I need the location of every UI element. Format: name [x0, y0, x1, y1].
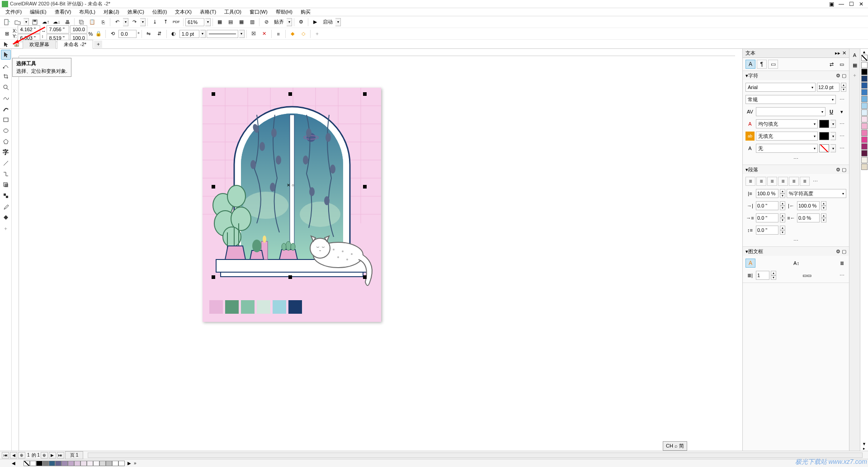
- color-swatch[interactable]: [861, 157, 868, 163]
- ellipse-tool[interactable]: [1, 126, 11, 136]
- selection-handle-mr[interactable]: [363, 185, 367, 189]
- show-grid-button[interactable]: ▦: [236, 17, 246, 27]
- line-spacing-spinner[interactable]: ▲▼: [780, 189, 785, 198]
- artistic-media-tool[interactable]: [1, 104, 11, 114]
- launch-dropdown[interactable]: ▾: [335, 18, 341, 26]
- canvas[interactable]: ✕ ○: [19, 56, 735, 451]
- doc-color-swatch[interactable]: [106, 461, 112, 466]
- palette-scroll-up-icon[interactable]: ▲: [862, 50, 866, 54]
- doc-color-swatch[interactable]: [55, 461, 61, 466]
- color-swatch[interactable]: [861, 69, 868, 75]
- maximize-button[interactable]: ☐: [846, 0, 856, 8]
- doc-palette-scroll-right-icon[interactable]: ▶: [127, 461, 131, 466]
- last-page-button[interactable]: ⏭: [57, 452, 64, 458]
- snap-dropdown[interactable]: ▾: [287, 18, 292, 26]
- menu-file[interactable]: 文件(F): [2, 8, 25, 16]
- doc-color-swatch[interactable]: [49, 461, 55, 466]
- first-line1-input[interactable]: [756, 213, 778, 222]
- lock-ratio-button[interactable]: 🔒: [94, 29, 104, 39]
- show-guidelines-button[interactable]: ▥: [247, 17, 257, 27]
- selection-center-icon[interactable]: ✕ ○: [287, 183, 294, 188]
- bg-none-swatch[interactable]: [819, 144, 829, 152]
- width-input[interactable]: [47, 25, 69, 33]
- no-color-swatch[interactable]: [861, 55, 868, 61]
- menu-bitmap[interactable]: 位图(I): [149, 8, 170, 16]
- first-line2-spinner[interactable]: ▲▼: [821, 213, 826, 222]
- zoom-input[interactable]: [185, 18, 204, 26]
- doc-color-swatch[interactable]: [74, 461, 80, 466]
- docker-close-icon[interactable]: ✕: [842, 50, 846, 56]
- object-origin-button[interactable]: ⊞: [2, 29, 12, 39]
- add-tool-button[interactable]: ＋: [1, 223, 11, 233]
- line-spacing-unit-dropdown[interactable]: %字符高度▾: [787, 189, 846, 198]
- color-swatch[interactable]: [861, 62, 868, 68]
- options-button[interactable]: ⚙: [296, 17, 306, 27]
- color-swatch[interactable]: [861, 137, 868, 143]
- color-swatch[interactable]: [861, 109, 868, 116]
- doc-color-swatch[interactable]: [36, 461, 42, 466]
- character-section-header[interactable]: ▾ 字符⚙ ▢: [743, 71, 849, 80]
- menu-window[interactable]: 窗口(W): [246, 8, 271, 16]
- kerning-dropdown[interactable]: ▾: [756, 107, 826, 116]
- selection-handle-ml[interactable]: [212, 185, 215, 189]
- eyedropper-tool[interactable]: [1, 202, 11, 212]
- rotation-input[interactable]: [118, 30, 137, 38]
- fill-color-dropdown[interactable]: ▾: [830, 120, 836, 128]
- to-front-button[interactable]: ◆: [288, 29, 297, 39]
- crop-tool[interactable]: [1, 71, 11, 81]
- connector-tool[interactable]: [1, 169, 11, 179]
- menu-tools[interactable]: 工具(O): [221, 8, 245, 16]
- docker-tab-text[interactable]: A: [850, 51, 859, 60]
- menu-edit[interactable]: 编辑(E): [26, 8, 50, 16]
- doc-color-swatch[interactable]: [61, 461, 68, 466]
- columns-input[interactable]: [756, 271, 769, 280]
- snap-off-button[interactable]: ⊘: [261, 17, 271, 27]
- pick-tool[interactable]: [1, 50, 11, 60]
- launch-label[interactable]: 启动: [321, 19, 335, 25]
- text-attrib-icon[interactable]: ▭: [837, 60, 846, 69]
- snap-label[interactable]: 贴齐: [272, 19, 286, 25]
- bg-color-dropdown[interactable]: ▾: [830, 144, 836, 152]
- align-justify-button[interactable]: ≡: [789, 177, 799, 186]
- text-direction-button[interactable]: A↕: [792, 259, 801, 268]
- selection-handle-bl[interactable]: [212, 275, 215, 279]
- no-color-swatch[interactable]: [24, 461, 30, 466]
- first-page-button[interactable]: ⏮: [2, 452, 9, 458]
- add-page-after-button[interactable]: ⊕: [41, 452, 48, 458]
- color-swatch[interactable]: [861, 130, 868, 136]
- frame-mode-button[interactable]: ▭: [768, 60, 778, 69]
- zoom-tool[interactable]: [1, 82, 11, 92]
- color-swatch[interactable]: [861, 89, 868, 95]
- color-swatch[interactable]: [861, 143, 868, 150]
- import-button[interactable]: ⤓: [150, 17, 160, 27]
- fullscreen-preview-button[interactable]: ▦: [215, 17, 225, 27]
- before-para-spinner[interactable]: ▲▼: [780, 226, 785, 235]
- text-direction-icon[interactable]: ⇄: [827, 60, 836, 69]
- left-indent-input[interactable]: [756, 201, 778, 210]
- line-style-selector[interactable]: [207, 30, 238, 38]
- horizontal-ruler[interactable]: [19, 49, 735, 56]
- selection-handle-tm[interactable]: [288, 92, 292, 96]
- doc-color-swatch[interactable]: [112, 461, 118, 466]
- selection-handle-tl[interactable]: [212, 92, 215, 96]
- frame-options-icon[interactable]: ⋯: [837, 271, 846, 280]
- first-line1-spinner[interactable]: ▲▼: [780, 213, 785, 222]
- polygon-tool[interactable]: [1, 137, 11, 146]
- doc-color-swatch[interactable]: [99, 461, 106, 466]
- menu-help[interactable]: 帮助(H): [272, 8, 296, 16]
- outline-options-icon[interactable]: ⋯: [837, 132, 846, 141]
- doc-color-swatch[interactable]: [42, 461, 49, 466]
- zoom-dropdown[interactable]: ▾: [205, 18, 211, 26]
- menu-purchase[interactable]: 购买: [297, 8, 314, 16]
- parallel-dimension-tool[interactable]: [1, 158, 11, 168]
- new-button[interactable]: [2, 17, 12, 27]
- mirror-horizontal-button[interactable]: ⇋: [144, 29, 154, 39]
- layout-switch-icon[interactable]: ▣: [826, 0, 836, 8]
- char-mode-button[interactable]: A: [745, 60, 755, 69]
- docker-tab-objects[interactable]: ▦: [850, 61, 859, 70]
- menu-text[interactable]: 文本(X): [171, 8, 195, 16]
- pdf-export-button[interactable]: PDF: [171, 17, 181, 27]
- to-back-button[interactable]: ◇: [298, 29, 308, 39]
- h-scrollbar[interactable]: [88, 453, 863, 458]
- outline-color-swatch[interactable]: [819, 132, 829, 140]
